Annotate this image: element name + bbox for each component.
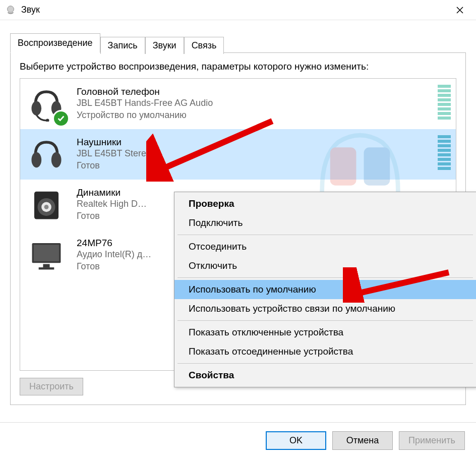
headset-icon [26, 84, 67, 124]
svg-point-9 [44, 205, 49, 209]
device-text: Головной телефон JBL E45BT Hands-Free AG… [77, 86, 213, 121]
ok-button[interactable]: OK [266, 431, 326, 450]
menu-separator [177, 235, 473, 235]
svg-rect-13 [39, 267, 54, 269]
window-title: Звук [21, 5, 40, 15]
tab-recording[interactable]: Запись [100, 37, 145, 54]
device-text: Наушники JBL E45BT Stereo Готов [77, 137, 151, 171]
level-meter [438, 135, 451, 174]
monitor-icon [26, 235, 67, 275]
level-meter [438, 85, 451, 123]
svg-point-4 [31, 152, 41, 167]
device-name: Динамики [77, 187, 147, 198]
device-sub1: Аудио Intel(R) д… [77, 249, 151, 260]
menu-item-show-disabled[interactable]: Показать отключенные устройства [174, 323, 476, 342]
device-sub1: JBL E45BT Stereo [77, 148, 151, 159]
device-sub1: Realtek High D… [77, 198, 147, 210]
menu-item-disable[interactable]: Отключить [174, 256, 476, 275]
menu-item-disconnect[interactable]: Отсоединить [174, 237, 476, 256]
default-check-icon [52, 110, 70, 127]
menu-item-set-default-comm[interactable]: Использовать устройство связи по умолчан… [174, 299, 476, 318]
headphones-icon [26, 134, 67, 175]
menu-separator [177, 320, 473, 321]
device-name: Головной телефон [77, 86, 213, 97]
context-menu: Проверка Подключить Отсоединить Отключит… [174, 192, 476, 387]
device-sub1: JBL E45BT Hands-Free AG Audio [77, 97, 213, 109]
cancel-button[interactable]: Отмена [332, 431, 393, 450]
device-text: Динамики Realtek High D… Готов [77, 187, 147, 222]
svg-rect-11 [34, 245, 59, 261]
tab-communications[interactable]: Связь [184, 37, 224, 54]
svg-rect-12 [43, 264, 49, 267]
svg-point-1 [31, 101, 41, 115]
svg-point-0 [8, 6, 14, 12]
device-sub2: Устройство по умолчанию [77, 109, 213, 121]
device-text: 24MP76 Аудио Intel(R) д… Готов [77, 238, 151, 272]
menu-item-test[interactable]: Проверка [174, 194, 476, 213]
configure-button[interactable]: Настроить [20, 378, 83, 395]
device-sub2: Готов [77, 261, 151, 272]
titlebar: Звук [0, 0, 476, 20]
device-item[interactable]: Головной телефон JBL E45BT Hands-Free AG… [20, 79, 456, 129]
svg-point-5 [51, 152, 62, 167]
footer-divider [0, 422, 476, 423]
menu-separator [177, 277, 473, 278]
svg-point-3 [46, 119, 49, 121]
tab-strip: Воспроизведение Запись Звуки Связь [10, 33, 466, 53]
speaker-icon [26, 185, 67, 225]
sound-dialog: Звук Воспроизведение Запись Звуки Связь … [0, 0, 476, 459]
device-sub2: Готов [77, 160, 151, 171]
menu-item-set-default[interactable]: Использовать по умолчанию [174, 280, 476, 299]
menu-item-connect[interactable]: Подключить [174, 213, 476, 233]
device-item[interactable]: Наушники JBL E45BT Stereo Готов [20, 129, 456, 180]
apply-button[interactable]: Применить [399, 431, 465, 450]
menu-item-show-disconnected[interactable]: Показать отсоединенные устройства [174, 342, 476, 361]
menu-item-properties[interactable]: Свойства [174, 366, 476, 385]
instruction-text: Выберите устройство воспроизведения, пар… [20, 60, 456, 73]
footer-buttons: OK Отмена Применить [266, 431, 465, 450]
tab-playback[interactable]: Воспроизведение [10, 33, 100, 53]
tab-sounds[interactable]: Звуки [145, 37, 184, 54]
sound-app-icon [5, 5, 16, 16]
device-sub2: Готов [77, 210, 147, 222]
close-button[interactable] [448, 3, 471, 18]
device-name: 24MP76 [77, 238, 151, 249]
menu-separator [177, 363, 473, 364]
device-name: Наушники [77, 137, 151, 148]
